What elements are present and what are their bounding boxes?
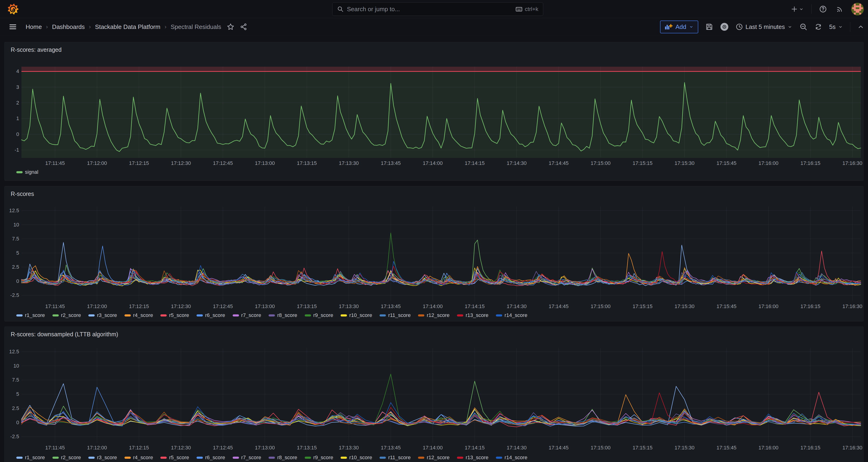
add-panel-icon	[665, 23, 673, 30]
time-range-picker[interactable]: Last 5 minutes	[736, 23, 792, 31]
panel-r-scores: R-scores 12.5107.552.50-2.517:11:4517:12…	[4, 186, 864, 321]
x-axis-label: 17:16:15	[793, 303, 828, 309]
legend-label: r14_score	[504, 455, 527, 461]
legend-item-r6_score[interactable]: r6_score	[196, 312, 225, 318]
legend-item-r4_score[interactable]: r4_score	[124, 312, 153, 318]
x-axis-label: 17:15:15	[625, 303, 660, 309]
x-axis-label: 17:14:45	[541, 303, 576, 309]
refresh-button[interactable]	[814, 23, 822, 31]
legend-label: r12_score	[427, 312, 450, 318]
x-axis-label: 17:13:45	[373, 160, 408, 166]
zoom-out-button[interactable]	[800, 23, 807, 31]
clock-icon	[736, 23, 743, 31]
legend-item-r11_score[interactable]: r11_score	[379, 312, 410, 318]
legend-item-r9_score[interactable]: r9_score	[305, 455, 333, 461]
legend-item-r3_score[interactable]: r3_score	[88, 455, 117, 461]
legend-item-r2_score[interactable]: r2_score	[53, 455, 81, 461]
x-axis-label: 17:13:15	[289, 303, 324, 309]
refresh-interval-picker[interactable]: 5s	[829, 23, 843, 31]
dashboard-settings-button[interactable]	[720, 23, 728, 31]
save-dashboard-button[interactable]	[705, 23, 713, 31]
legend-swatch	[124, 457, 131, 459]
legend-swatch	[53, 314, 59, 316]
help-button[interactable]	[818, 4, 828, 14]
legend-label: r4_score	[133, 312, 153, 318]
new-menu-button[interactable]	[789, 4, 805, 14]
search-input[interactable]	[347, 6, 512, 13]
legend-item-signal[interactable]: signal	[16, 169, 38, 175]
x-axis-label: 17:16:00	[751, 160, 786, 166]
chevron-down-icon	[799, 6, 804, 12]
legend-swatch	[379, 457, 386, 459]
y-axis-label: 2	[6, 100, 19, 106]
legend-item-r5_score[interactable]: r5_score	[160, 312, 189, 318]
legend-item-r11_score[interactable]: r11_score	[379, 455, 410, 461]
legend-label: r11_score	[388, 455, 410, 461]
panel-r-scores-averaged: R-scores: averaged 43210-117:11:4517:12:…	[4, 42, 864, 181]
x-axis-label: 17:15:45	[709, 303, 744, 309]
legend-item-r14_score[interactable]: r14_score	[496, 312, 527, 318]
legend-item-r3_score[interactable]: r3_score	[88, 312, 117, 318]
x-axis-label: 17:12:00	[80, 303, 115, 309]
legend-swatch	[196, 314, 203, 316]
legend-item-r2_score[interactable]: r2_score	[53, 312, 81, 318]
x-axis-label: 17:13:00	[247, 160, 282, 166]
legend-item-r5_score[interactable]: r5_score	[160, 455, 189, 461]
star-button[interactable]	[227, 23, 234, 31]
legend-item-r1_score[interactable]: r1_score	[16, 312, 45, 318]
breadcrumb-home[interactable]: Home	[26, 23, 42, 31]
legend-item-r13_score[interactable]: r13_score	[457, 455, 489, 461]
grafana-logo-icon[interactable]	[7, 3, 19, 15]
x-axis-label: 17:16:00	[751, 445, 786, 451]
legend-item-r9_score[interactable]: r9_score	[305, 312, 333, 318]
legend-label: r8_score	[277, 312, 297, 318]
time-series-chart[interactable]: 12.5107.552.50-2.517:11:4517:12:0017:12:…	[5, 186, 863, 321]
series-line-r9_score	[22, 233, 861, 285]
legend-swatch	[196, 457, 203, 459]
add-button[interactable]: Add	[660, 21, 698, 33]
legend-item-r4_score[interactable]: r4_score	[124, 455, 153, 461]
breadcrumb-dashboards[interactable]: Dashboards	[52, 23, 85, 31]
legend-swatch	[269, 457, 275, 459]
legend-swatch	[88, 314, 95, 316]
x-axis-label: 17:14:00	[415, 445, 450, 451]
legend-item-r7_score[interactable]: r7_score	[233, 455, 261, 461]
legend-label: r11_score	[388, 312, 410, 318]
legend-label: r13_score	[466, 312, 489, 318]
legend-item-r13_score[interactable]: r13_score	[457, 312, 489, 318]
y-axis-label: 12.5	[6, 349, 19, 355]
y-axis-label: 2.5	[6, 405, 19, 411]
legend-item-r12_score[interactable]: r12_score	[418, 455, 450, 461]
legend-label: r14_score	[504, 312, 527, 318]
x-axis-label: 17:12:00	[80, 445, 115, 451]
legend-item-r8_score[interactable]: r8_score	[269, 312, 297, 318]
legend-item-r6_score[interactable]: r6_score	[196, 455, 225, 461]
y-axis-label: 7.5	[6, 377, 19, 383]
chart-canvas	[5, 186, 864, 321]
plus-icon	[791, 6, 798, 12]
x-axis-label: 17:11:45	[37, 160, 72, 166]
legend-item-r1_score[interactable]: r1_score	[16, 455, 45, 461]
avatar[interactable]	[851, 3, 864, 16]
breadcrumb-folder[interactable]: Stackable Data Platform	[95, 23, 160, 31]
legend-label: r6_score	[205, 312, 225, 318]
x-axis-label: 17:12:45	[206, 303, 240, 309]
share-button[interactable]	[240, 23, 247, 31]
x-axis-label: 17:14:15	[457, 445, 492, 451]
chevron-down-icon	[787, 24, 793, 29]
legend-label: r6_score	[205, 455, 225, 461]
x-axis-label: 17:13:45	[373, 303, 408, 309]
news-button[interactable]	[834, 4, 845, 14]
chevron-down-icon	[838, 24, 843, 29]
legend-item-r12_score[interactable]: r12_score	[418, 312, 450, 318]
legend-item-r10_score[interactable]: r10_score	[341, 455, 372, 461]
legend-item-r8_score[interactable]: r8_score	[269, 455, 297, 461]
time-series-chart[interactable]: 12.5107.552.50-2.517:11:4517:12:0017:12:…	[5, 327, 863, 462]
legend-item-r10_score[interactable]: r10_score	[341, 312, 372, 318]
collapse-toolbar-button[interactable]	[857, 23, 864, 30]
search-bar[interactable]: ctrl+k	[332, 2, 543, 16]
legend-item-r14_score[interactable]: r14_score	[496, 455, 527, 461]
time-series-chart[interactable]: 43210-117:11:4517:12:0017:12:1517:12:301…	[5, 42, 863, 181]
legend-item-r7_score[interactable]: r7_score	[233, 312, 261, 318]
mega-menu-button[interactable]	[9, 23, 17, 31]
